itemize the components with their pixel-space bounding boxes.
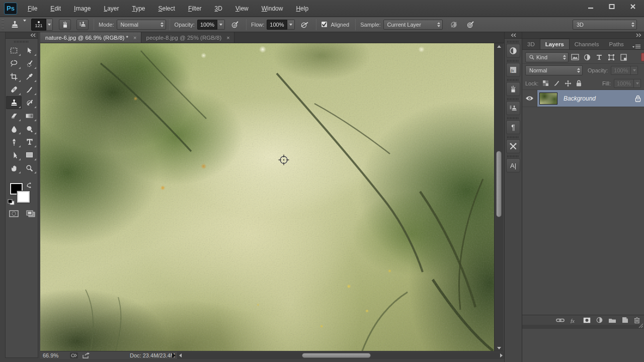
toggle-brush-panel-button[interactable] (59, 19, 71, 30)
vertical-scrollbar-thumb[interactable] (496, 151, 502, 217)
vertical-scrollbar[interactable] (494, 43, 503, 351)
filter-type-layers-icon[interactable] (594, 53, 605, 62)
panel-tab-3d[interactable]: 3D (522, 39, 540, 49)
maximize-button[interactable] (605, 2, 619, 11)
link-layers-icon[interactable] (556, 318, 565, 323)
menu-filter[interactable]: Filter (183, 3, 207, 14)
menu-3d[interactable]: 3D (209, 3, 228, 14)
tool-lasso[interactable] (6, 57, 22, 70)
brush-presets-panel-icon[interactable] (506, 82, 520, 96)
horizontal-scrollbar-thumb[interactable] (302, 353, 371, 358)
tool-clone-stamp[interactable] (6, 96, 22, 109)
filter-smart-objects-icon[interactable] (618, 53, 629, 62)
flow-dropdown-arrow[interactable] (287, 20, 295, 30)
new-adjustment-layer-icon[interactable] (596, 317, 603, 323)
zoom-level-field[interactable]: 66.9% (43, 352, 66, 358)
styles-panel-icon[interactable]: fx (506, 63, 520, 77)
filter-shape-layers-icon[interactable] (606, 53, 617, 62)
tool-quick-selection[interactable] (22, 57, 37, 70)
tool-pen[interactable] (6, 135, 22, 148)
document-tab-people[interactable]: people-8.jpg @ 25% (RGB/8) × (141, 32, 234, 43)
lock-all-icon[interactable] (576, 80, 582, 86)
layer-visibility-toggle[interactable] (522, 90, 537, 107)
options-bar-gripper[interactable] (2, 20, 4, 30)
paragraph-panel-icon[interactable]: ¶ (506, 120, 520, 134)
layer-filter-toggle[interactable] (641, 53, 644, 61)
selected-layer[interactable]: Background (537, 90, 644, 107)
tool-hand[interactable] (6, 161, 22, 174)
new-group-icon[interactable] (608, 317, 616, 323)
resize-grip[interactable] (638, 323, 643, 328)
panel-tab-layers[interactable]: Layers (540, 39, 570, 49)
adjustments-panel-icon[interactable] (506, 44, 520, 58)
panel-gripper[interactable] (507, 41, 519, 43)
horizontal-scrollbar[interactable] (177, 352, 504, 359)
menu-help[interactable]: Help (290, 3, 314, 14)
tool-preset-arrow[interactable] (23, 22, 26, 28)
status-menu-arrow[interactable] (172, 353, 176, 358)
panel-gripper[interactable] (507, 136, 519, 138)
scroll-down-arrow[interactable] (495, 345, 504, 351)
background-color-swatch[interactable] (17, 191, 30, 203)
tool-eraser[interactable] (6, 109, 22, 122)
panel-menu-icon[interactable] (632, 44, 641, 49)
dock-header[interactable] (522, 32, 644, 39)
menu-window[interactable]: Window (256, 3, 289, 14)
tools-panel-header[interactable] (6, 32, 38, 39)
quick-mask-mode-button[interactable] (9, 210, 19, 218)
menu-layer[interactable]: Layer (98, 3, 124, 14)
clone-source-panel-icon[interactable] (506, 101, 520, 115)
filter-pixel-layers-icon[interactable] (570, 53, 581, 62)
menu-image[interactable]: Image (68, 3, 96, 14)
swap-colors-icon[interactable] (26, 182, 33, 189)
tool-rectangle-shape[interactable] (22, 148, 37, 161)
filter-kind-select[interactable]: Kind (525, 52, 569, 62)
panel-gripper[interactable] (507, 117, 519, 119)
brush-preset-picker[interactable]: 121 (31, 19, 46, 31)
sample-select[interactable]: Current Layer (383, 20, 443, 30)
export-share-icon[interactable] (82, 352, 90, 358)
scroll-left-arrow[interactable] (177, 352, 183, 358)
layer-name[interactable]: Background (564, 95, 635, 102)
tools-panel-gripper[interactable] (14, 41, 29, 43)
toggle-clone-source-panel-button[interactable] (76, 19, 89, 30)
ignore-adjustment-layers-icon[interactable] (448, 19, 460, 30)
layer-row-background[interactable]: Background (522, 90, 644, 107)
menu-view[interactable]: View (230, 3, 254, 14)
brush-preset-arrow[interactable] (46, 19, 53, 31)
panel-gripper[interactable] (507, 79, 519, 81)
add-layer-mask-icon[interactable] (583, 317, 591, 323)
lock-pixels-icon[interactable] (553, 80, 560, 86)
close-tab-icon[interactable]: × (133, 35, 136, 41)
screen-mode-button[interactable] (26, 210, 35, 218)
airbrush-icon[interactable] (299, 19, 311, 30)
blend-mode-select[interactable]: Normal (525, 65, 583, 75)
new-layer-icon[interactable] (622, 317, 628, 323)
clone-stamp-tool-badge[interactable] (9, 19, 21, 30)
tool-spot-healing-brush[interactable] (6, 83, 22, 96)
character-panel-icon[interactable]: A| (506, 158, 520, 172)
close-tab-icon[interactable]: × (226, 35, 229, 41)
lock-position-icon[interactable] (565, 80, 572, 87)
menu-type[interactable]: Type (126, 3, 150, 14)
icon-dock-header[interactable] (505, 32, 522, 39)
flow-field[interactable]: 100% (267, 20, 287, 30)
tool-dodge[interactable] (22, 122, 37, 135)
workspace-switcher[interactable]: 3D (573, 20, 637, 30)
default-colors-icon[interactable] (8, 199, 15, 205)
layer-thumbnail[interactable] (539, 93, 557, 105)
tool-gradient[interactable] (22, 109, 37, 122)
panel-gripper[interactable] (507, 155, 519, 157)
opacity-field[interactable]: 100% (197, 20, 217, 30)
lock-transparency-icon[interactable] (542, 80, 549, 86)
tool-brush[interactable] (22, 83, 37, 96)
menu-edit[interactable]: Edit (45, 3, 66, 14)
minimize-button[interactable] (584, 2, 598, 11)
pressure-opacity-icon[interactable] (229, 19, 241, 30)
panel-tab-paths[interactable]: Paths (604, 39, 628, 49)
tool-rectangular-marquee[interactable] (6, 44, 22, 57)
panel-gripper[interactable] (507, 98, 519, 100)
close-button[interactable] (626, 2, 640, 11)
document-canvas[interactable] (40, 43, 494, 351)
tool-zoom[interactable] (22, 161, 37, 174)
